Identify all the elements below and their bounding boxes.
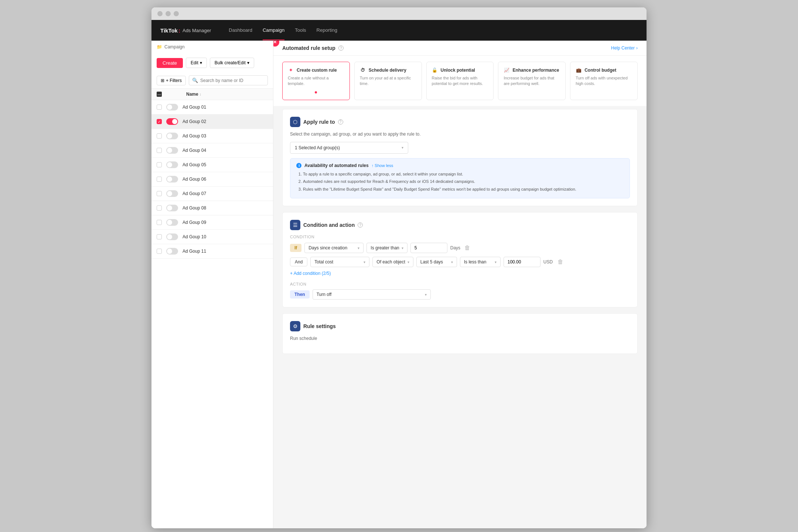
row-toggle[interactable] [166, 248, 178, 255]
filter-icon: ⊞ [161, 78, 164, 83]
sort-icon: ↕ [200, 92, 201, 96]
list-item[interactable]: Ad Goup 08 [151, 201, 273, 215]
logo: TikTok: Ads Manager [160, 27, 211, 34]
row-checkbox[interactable] [157, 162, 162, 167]
rule-settings-title: Rule settings [303, 323, 336, 329]
close-button[interactable]: ✕ [273, 41, 279, 47]
template-card-custom[interactable]: ✦ Create custom rule Create a rule witho… [282, 62, 350, 100]
page-title: Automated rule setup [282, 45, 335, 51]
row-toggle[interactable] [166, 104, 178, 110]
delete-condition-icon[interactable]: 🗑 [557, 259, 563, 265]
row-checkbox[interactable] [157, 191, 162, 196]
create-button[interactable]: Create [157, 58, 183, 68]
template-card-unlock[interactable]: 🔓 Unlock potential Raise the bid for ads… [426, 62, 494, 100]
row-toggle[interactable] [166, 161, 178, 168]
row-checkbox[interactable] [157, 205, 162, 211]
master-checkbox[interactable]: — [157, 92, 162, 97]
row-toggle[interactable] [166, 133, 178, 139]
ad-group-name: Ad Goup 01 [183, 105, 206, 110]
condition-action-section: ☰ Condition and action ? Condition If Da… [282, 212, 638, 307]
condition-label: Condition [290, 235, 630, 239]
ad-group-name: Ad Goup 11 [183, 249, 206, 254]
search-input[interactable] [200, 78, 265, 83]
ad-group-dropdown[interactable]: 1 Selected Ad group(s) ▾ [290, 142, 408, 154]
row-checkbox[interactable] [157, 234, 162, 239]
list-item[interactable]: Ad Goup 03 [151, 129, 273, 143]
list-item[interactable]: Ad Goup 11 [151, 244, 273, 259]
list-item[interactable]: Ad Goup 01 [151, 100, 273, 115]
delete-condition-icon[interactable]: 🗑 [464, 245, 470, 251]
campaign-header: 📁 Campaign [151, 41, 273, 53]
apply-rule-subtitle: Select the campaign, ad group, or ad you… [290, 132, 630, 137]
edit-button[interactable]: Edit ▾ [186, 58, 207, 68]
chevron-down-icon: ▾ [358, 246, 359, 250]
value-input[interactable] [410, 243, 447, 253]
metric-dropdown[interactable]: Total cost ▾ [310, 257, 369, 267]
list-item[interactable]: Ad Goup 09 [151, 215, 273, 230]
and-badge: And [290, 258, 307, 266]
row-checkbox[interactable] [157, 148, 162, 153]
custom-rule-icon: ✦ [288, 67, 294, 73]
list-item[interactable]: Ad Goup 04 [151, 143, 273, 158]
ad-group-list: Ad Goup 01 ✓ Ad Goup 02 Ad Goup 03 Ad Go… [151, 100, 273, 528]
row-toggle[interactable] [166, 233, 178, 240]
apply-rule-title: Apply rule to [303, 119, 335, 125]
template-card-enhance[interactable]: 📈 Enhance performance Increase budget fo… [498, 62, 566, 100]
rule-settings-icon: ⚙ [290, 321, 300, 331]
action-dropdown[interactable]: Turn off ▾ [313, 289, 431, 300]
row-toggle[interactable] [166, 205, 178, 211]
chevron-down-icon: ▾ [402, 246, 403, 250]
apply-rule-icon: ⬡ [290, 117, 300, 127]
chevron-down-icon: ▾ [402, 146, 403, 150]
condition-icon: ☰ [290, 220, 300, 230]
availability-item: To apply a rule to a specific campaign, … [303, 171, 624, 177]
list-item[interactable]: Ad Goup 07 [151, 187, 273, 201]
list-item[interactable]: ✓ Ad Goup 02 [151, 115, 273, 129]
browser-window: TikTok: Ads Manager Dashboard Campaign T… [151, 7, 647, 528]
sidebar: 📁 Campaign Create Edit ▾ Bulk create/Edi… [151, 41, 273, 528]
list-item[interactable]: Ad Goup 06 [151, 172, 273, 187]
search-icon: 🔍 [192, 78, 198, 83]
action-label: Action [290, 282, 630, 286]
enhance-icon: 📈 [504, 67, 509, 73]
nav-tools[interactable]: Tools [295, 21, 306, 40]
help-center-link[interactable]: Help Center › [611, 45, 638, 51]
row-checkbox[interactable] [157, 249, 162, 254]
row-checkbox[interactable] [157, 220, 162, 225]
nav-campaign[interactable]: Campaign [263, 21, 284, 40]
unlock-icon: 🔓 [432, 67, 438, 73]
availability-title: Availability of automated rules [304, 163, 369, 168]
sidebar-toolbar: Create Edit ▾ Bulk create/Edit ▾ [151, 53, 273, 72]
bulk-button[interactable]: Bulk create/Edit ▾ [210, 58, 254, 68]
filters-button[interactable]: ⊞ + Filters [157, 76, 186, 85]
add-condition-link[interactable]: + Add condition (2/5) [290, 271, 630, 276]
row-checkbox[interactable] [157, 133, 162, 139]
metric-dropdown[interactable]: Days since creation ▾ [304, 243, 364, 253]
operator-dropdown[interactable]: Is less than ▾ [460, 257, 501, 267]
template-card-schedule[interactable]: ⏱ Schedule delivery Turn on your ad at a… [354, 62, 422, 100]
template-card-control[interactable]: 💼 Control budget Turn off ads with unexp… [570, 62, 638, 100]
row-toggle[interactable] [166, 147, 178, 154]
row-toggle[interactable] [166, 190, 178, 197]
control-icon: 💼 [576, 67, 582, 73]
row-toggle[interactable] [166, 219, 178, 226]
list-item[interactable]: Ad Goup 05 [151, 158, 273, 172]
availability-list: To apply a rule to a specific campaign, … [296, 171, 624, 192]
row-checkbox[interactable] [157, 177, 162, 182]
unit-label: USD [543, 259, 555, 265]
row-toggle[interactable] [166, 118, 178, 125]
period-type-dropdown[interactable]: Of each object ▾ [372, 257, 413, 267]
row-checkbox[interactable]: ✓ [157, 119, 162, 124]
period-dropdown[interactable]: Last 5 days ▾ [416, 257, 457, 267]
row-toggle[interactable] [166, 176, 178, 183]
logo-ads: Ads Manager [183, 28, 211, 33]
nav-reporting[interactable]: Reporting [317, 21, 337, 40]
chevron-down-icon: ▾ [495, 260, 497, 264]
operator-dropdown[interactable]: Is greater than ▾ [366, 243, 407, 253]
nav-dashboard[interactable]: Dashboard [229, 21, 252, 40]
value-input[interactable] [504, 257, 540, 267]
show-less-link[interactable]: ↑ Show less [372, 163, 393, 168]
list-item[interactable]: Ad Goup 10 [151, 230, 273, 244]
row-checkbox[interactable] [157, 105, 162, 110]
search-box[interactable]: 🔍 [189, 75, 268, 85]
